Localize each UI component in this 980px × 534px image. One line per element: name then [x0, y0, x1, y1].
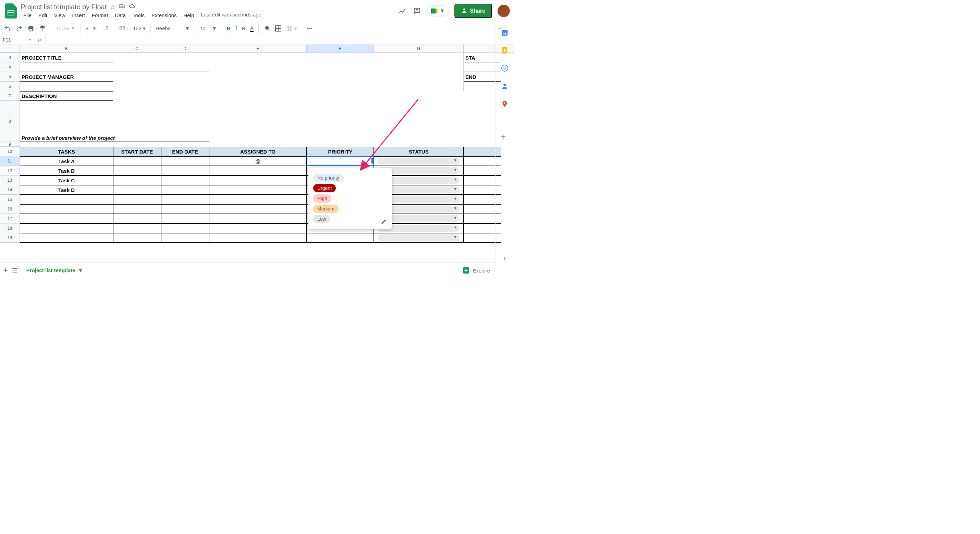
table-cell[interactable]: [161, 166, 209, 175]
comments-icon[interactable]: [412, 6, 422, 16]
undo-button[interactable]: [4, 25, 11, 32]
print-button[interactable]: [27, 25, 34, 32]
avatar[interactable]: [498, 5, 510, 17]
table-cell[interactable]: [209, 233, 307, 243]
header-end[interactable]: END DATE: [161, 147, 209, 156]
row-header[interactable]: 14: [0, 185, 20, 194]
table-cell[interactable]: [161, 233, 209, 243]
currency-button[interactable]: $: [85, 26, 88, 31]
cell-description-label[interactable]: DESCRIPTION: [20, 91, 113, 101]
timeline-icon[interactable]: [398, 6, 407, 16]
table-cell[interactable]: [20, 214, 113, 223]
status-cell[interactable]: [374, 156, 464, 166]
status-dropdown[interactable]: [378, 234, 460, 241]
contacts-icon[interactable]: [501, 82, 509, 91]
explore-button[interactable]: Explore: [459, 265, 493, 276]
header-priority[interactable]: PRIORITY: [307, 147, 374, 156]
assigned-cell[interactable]: @: [209, 156, 307, 166]
col-header-F[interactable]: F: [307, 45, 374, 53]
row-header[interactable]: 12: [0, 166, 20, 175]
table-cell[interactable]: [20, 204, 113, 214]
borders-button[interactable]: [275, 26, 281, 32]
table-cell[interactable]: [113, 233, 161, 243]
menu-format[interactable]: Format: [89, 12, 111, 19]
cloud-icon[interactable]: [129, 3, 135, 11]
row-header[interactable]: 10: [0, 147, 20, 156]
add-sheet-button[interactable]: +: [3, 266, 8, 275]
row-header[interactable]: 11: [0, 156, 20, 166]
col-header-B[interactable]: B: [20, 45, 113, 53]
menu-file[interactable]: File: [21, 12, 34, 19]
redo-button[interactable]: [16, 25, 22, 32]
table-cell[interactable]: [20, 194, 113, 204]
table-cell[interactable]: [209, 214, 307, 223]
bold-button[interactable]: B: [227, 26, 231, 31]
table-cell[interactable]: [209, 204, 307, 214]
table-cell[interactable]: [113, 194, 161, 204]
all-sheets-button[interactable]: ☰: [12, 267, 18, 274]
table-cell[interactable]: [113, 223, 161, 233]
menu-edit[interactable]: Edit: [36, 12, 50, 19]
increase-decimal-button[interactable]: .00↑: [116, 26, 128, 31]
cell-project-title-label[interactable]: PROJECT TITLE: [20, 53, 113, 62]
status-dropdown[interactable]: [378, 158, 460, 164]
star-icon[interactable]: ☆: [110, 3, 116, 11]
fill-color-button[interactable]: [264, 25, 270, 32]
table-cell[interactable]: [161, 223, 209, 233]
keep-icon[interactable]: [501, 46, 509, 55]
priority-option-medium[interactable]: Medium: [313, 205, 387, 213]
add-panel-icon[interactable]: +: [501, 132, 509, 140]
row-header[interactable]: 7: [0, 91, 20, 101]
table-cell[interactable]: [113, 204, 161, 214]
table-cell[interactable]: [113, 214, 161, 223]
priority-cell-selected[interactable]: [307, 156, 374, 166]
row-header[interactable]: 9: [0, 142, 20, 147]
font-select[interactable]: Heebo▼: [156, 26, 190, 31]
share-button[interactable]: Share: [454, 4, 492, 18]
number-format-button[interactable]: 123 ▾: [133, 26, 146, 32]
col-header-D[interactable]: D: [161, 45, 209, 53]
table-cell[interactable]: [161, 194, 209, 204]
task-cell[interactable]: Task D: [20, 185, 113, 194]
table-cell[interactable]: [209, 185, 307, 194]
row-header[interactable]: 8: [0, 101, 20, 142]
italic-button[interactable]: I: [235, 26, 237, 31]
priority-option-none[interactable]: No priority: [313, 174, 387, 182]
table-cell[interactable]: [20, 223, 113, 233]
tasks-icon[interactable]: [501, 64, 509, 73]
header-start[interactable]: START DATE: [113, 147, 161, 156]
row-header[interactable]: 15: [0, 194, 20, 204]
table-cell[interactable]: [209, 166, 307, 175]
row-header[interactable]: 19: [0, 233, 20, 243]
table-cell[interactable]: [113, 185, 161, 194]
task-cell[interactable]: Task B: [20, 166, 113, 175]
percent-button[interactable]: %: [93, 26, 98, 31]
formula-input[interactable]: [46, 35, 514, 44]
document-title[interactable]: Project list template by Float: [21, 3, 107, 11]
row-header[interactable]: 4: [0, 62, 20, 72]
table-cell[interactable]: [307, 233, 374, 243]
row-header[interactable]: 5: [0, 72, 20, 81]
priority-option-urgent[interactable]: Urgent: [313, 184, 387, 192]
text-color-button[interactable]: A: [250, 25, 254, 32]
select-all-corner[interactable]: [0, 45, 20, 53]
priority-option-low[interactable]: Low: [313, 215, 387, 223]
menu-view[interactable]: View: [51, 12, 68, 19]
maps-icon[interactable]: [501, 100, 509, 108]
header-assigned[interactable]: ASSIGNED TO: [209, 147, 307, 156]
table-cell[interactable]: [209, 194, 307, 204]
cell-project-title-input[interactable]: [20, 62, 209, 72]
col-header-G[interactable]: G: [374, 45, 464, 53]
task-cell[interactable]: Task C: [20, 175, 113, 185]
cell-description-hint[interactable]: Provide a brief overview of the project: [20, 101, 209, 142]
header-status[interactable]: STATUS: [374, 147, 464, 156]
meet-button[interactable]: ▼: [427, 5, 449, 16]
last-edit-link[interactable]: Last edit was seconds ago: [201, 12, 261, 19]
font-size-select[interactable]: 10▼: [200, 26, 217, 31]
header-tasks[interactable]: TASKS: [20, 147, 113, 156]
table-cell[interactable]: [161, 156, 209, 166]
name-box[interactable]: F11▼: [0, 36, 34, 43]
menu-help[interactable]: Help: [181, 12, 197, 19]
table-cell[interactable]: [161, 204, 209, 214]
row-header[interactable]: 3: [0, 53, 20, 62]
